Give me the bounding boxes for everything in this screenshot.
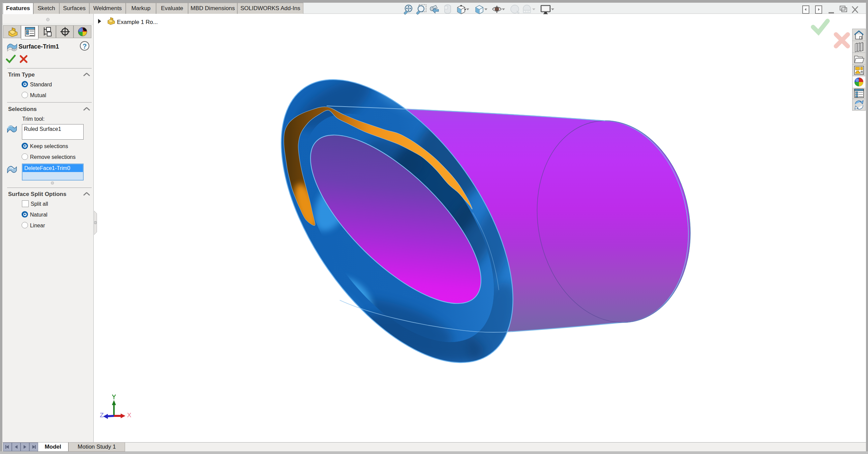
svg-text:X: X xyxy=(127,412,131,419)
svg-text:Z: Z xyxy=(100,412,104,419)
svg-text:Example 1 Ro...: Example 1 Ro... xyxy=(117,19,158,25)
